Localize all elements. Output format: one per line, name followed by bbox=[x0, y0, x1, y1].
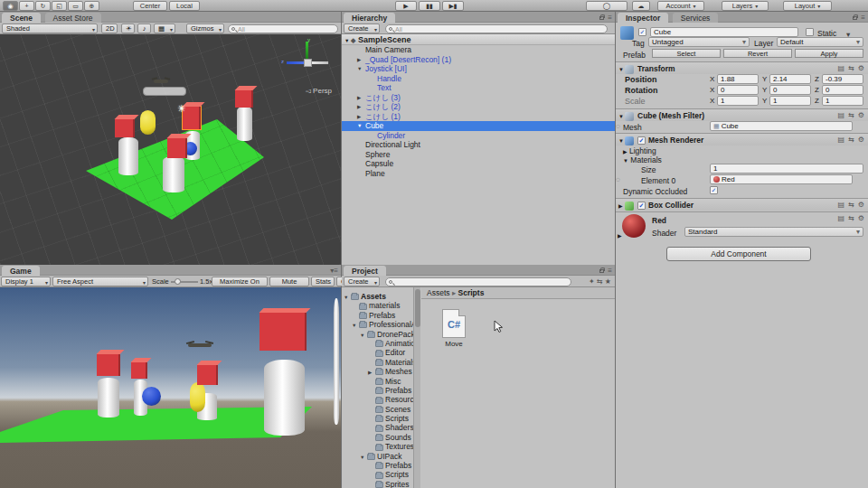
scene-viewport[interactable]: ☀ y z ◅ Persp bbox=[0, 34, 341, 265]
dynamic-occluded-checkbox[interactable]: ✓ bbox=[710, 186, 718, 194]
hierarchy-item-cylinder[interactable]: Cylinder bbox=[342, 131, 615, 141]
expand-icon[interactable]: ▶ bbox=[616, 200, 625, 212]
project-folder-textures[interactable]: Textures bbox=[342, 442, 420, 451]
project-folder-professionala[interactable]: ▼ProfessionalA bbox=[342, 320, 420, 329]
rotate-tool[interactable]: ↻ bbox=[35, 1, 51, 11]
project-folder-assets[interactable]: ▼Assets bbox=[342, 292, 420, 301]
prefab-apply-button[interactable]: Apply bbox=[795, 49, 863, 58]
gear-icon[interactable]: ⚙ bbox=[858, 64, 864, 72]
project-folder-prefabs[interactable]: Prefabs bbox=[342, 386, 420, 395]
gear-icon[interactable]: ⚙ bbox=[858, 214, 864, 222]
expand-icon[interactable]: ▼ bbox=[360, 331, 367, 340]
project-folder-scripts[interactable]: Scripts bbox=[342, 470, 420, 479]
tag-dropdown[interactable]: Untagged▾ bbox=[648, 37, 750, 47]
reference-icon[interactable]: ▤ bbox=[838, 111, 845, 119]
hierarchy-item-text[interactable]: Text bbox=[342, 83, 615, 93]
scene-effects-dropdown[interactable]: ▦▾ bbox=[154, 23, 175, 33]
prefab-revert-button[interactable]: Revert bbox=[723, 49, 792, 58]
prefab-select-button[interactable]: Select bbox=[652, 49, 721, 58]
layer-dropdown[interactable]: Default▾ bbox=[777, 37, 863, 47]
scale-y-field[interactable] bbox=[769, 96, 811, 106]
preset-icon[interactable]: ⇆ bbox=[848, 111, 854, 119]
project-search-input[interactable] bbox=[385, 277, 571, 286]
material-expand-icon[interactable]: ▶ bbox=[618, 232, 868, 239]
collab-button[interactable]: ◯ Collab▾ bbox=[586, 1, 627, 11]
project-folder-materials[interactable]: materials bbox=[342, 301, 420, 310]
scale-tool[interactable]: ◱ bbox=[52, 1, 67, 11]
transform-header[interactable]: ▼Transform ▤⇆⚙ bbox=[616, 61, 868, 74]
lighting-foldout[interactable]: ▶ Lighting bbox=[623, 146, 868, 155]
project-folder-misc[interactable]: Misc bbox=[342, 377, 420, 386]
project-folder-uipack[interactable]: ▼UIPack bbox=[342, 452, 420, 461]
project-folder-shaders[interactable]: Shaders bbox=[342, 423, 420, 432]
search-by-label-icon[interactable]: ⇆ bbox=[597, 277, 603, 286]
reference-icon[interactable]: ▤ bbox=[838, 201, 845, 209]
expand-icon[interactable]: ▶ bbox=[368, 368, 375, 377]
step-button[interactable]: ▶▮ bbox=[442, 1, 464, 11]
tab-game[interactable]: Game bbox=[2, 266, 40, 276]
tab-asset-store[interactable]: Asset Store bbox=[45, 13, 101, 23]
hierarchy-item-sphere[interactable]: Sphere bbox=[342, 150, 615, 160]
y-axis-arm[interactable] bbox=[306, 42, 308, 59]
layout-dropdown[interactable]: Layout▾ bbox=[783, 1, 832, 11]
rotation-z-field[interactable] bbox=[822, 85, 863, 95]
project-folder-sounds[interactable]: Sounds bbox=[342, 433, 420, 442]
play-button[interactable]: ▶ bbox=[395, 1, 417, 11]
hierarchy-item-main-camera[interactable]: Main Camera bbox=[342, 45, 615, 55]
expand-icon[interactable]: ▼ bbox=[360, 453, 367, 462]
mesh-picker-icon[interactable]: ◌ bbox=[616, 122, 865, 130]
tab-services[interactable]: Services bbox=[673, 13, 719, 23]
aspect-dropdown[interactable]: Free Aspect▾ bbox=[52, 277, 148, 286]
scale-z-field[interactable] bbox=[822, 96, 863, 106]
gameobject-name-field[interactable] bbox=[650, 27, 798, 37]
hierarchy-item-handle[interactable]: Handle bbox=[342, 74, 615, 84]
project-folder-prefabs[interactable]: Prefabs bbox=[342, 461, 420, 470]
project-folder-scripts[interactable]: Scripts bbox=[342, 414, 420, 423]
scale-x-field[interactable] bbox=[717, 96, 759, 106]
scene-cylinder[interactable] bbox=[163, 156, 184, 192]
scene-red-cube[interactable] bbox=[115, 119, 135, 137]
scene-red-cube[interactable] bbox=[235, 90, 253, 108]
project-folder-materials[interactable]: Materials bbox=[342, 358, 420, 367]
pause-button[interactable]: ▮▮ bbox=[419, 1, 440, 11]
rotation-x-field[interactable] bbox=[717, 85, 759, 95]
project-filter-icons[interactable]: ✦ ⇆ ★ bbox=[589, 277, 611, 286]
reference-icon[interactable]: ▤ bbox=[838, 64, 845, 72]
project-folder-resourc[interactable]: Resourc bbox=[342, 395, 420, 404]
x-axis-arm[interactable] bbox=[312, 61, 328, 64]
scene-capsule[interactable] bbox=[140, 110, 156, 135]
display-dropdown[interactable]: Display 1▾ bbox=[1, 277, 51, 286]
mute-audio-button[interactable]: Mute Audio bbox=[269, 277, 309, 286]
gear-icon[interactable]: ⚙ bbox=[858, 201, 864, 209]
breadcrumb-assets[interactable]: Assets bbox=[427, 288, 450, 297]
hierarchy-item-directional-light[interactable]: Directional Light bbox=[342, 140, 615, 150]
tab-inspector[interactable]: Inspector bbox=[618, 13, 668, 23]
scene-search-input[interactable]: All bbox=[228, 24, 338, 33]
tab-scene[interactable]: Scene bbox=[2, 13, 41, 23]
expand-icon[interactable]: ▼ bbox=[352, 321, 359, 330]
project-folder-editor[interactable]: Editor bbox=[342, 348, 420, 357]
element0-picker-icon[interactable]: ◌ bbox=[616, 175, 865, 183]
layers-dropdown[interactable]: Layers▾ bbox=[722, 1, 769, 11]
mesh-filter-header[interactable]: ▼Cube (Mesh Filter) ▤⇆⚙ bbox=[616, 108, 868, 121]
project-tree-scrollbar[interactable] bbox=[413, 287, 420, 488]
expand-icon[interactable]: ▼ bbox=[357, 64, 365, 74]
preset-icon[interactable]: ⇆ bbox=[848, 214, 854, 222]
tab-hierarchy[interactable]: Hierarchy bbox=[344, 13, 395, 23]
breadcrumb-scripts[interactable]: Scripts bbox=[458, 288, 485, 297]
scale-slider-thumb[interactable] bbox=[175, 278, 181, 285]
gizmo-hub[interactable] bbox=[304, 59, 312, 67]
game-panel-menu[interactable]: ▾≡ bbox=[330, 267, 338, 275]
cloud-button[interactable]: ☁ bbox=[632, 1, 650, 11]
rotation-y-field[interactable] bbox=[769, 85, 811, 95]
position-y-field[interactable] bbox=[769, 74, 811, 84]
project-folder-scenes[interactable]: Scenes bbox=[342, 405, 420, 414]
asset-move-script[interactable]: C# Move bbox=[438, 309, 470, 348]
hierarchy-item-1[interactable]: ▶こけし (1) bbox=[342, 112, 615, 122]
custom-tool[interactable]: ⊕ bbox=[84, 1, 99, 11]
rect-tool[interactable]: ▭ bbox=[68, 1, 83, 11]
project-folder-meshes[interactable]: ▶Meshes bbox=[342, 367, 420, 376]
project-folder-prefabs[interactable]: Prefabs bbox=[342, 311, 420, 320]
expand-icon[interactable]: ▶ bbox=[357, 112, 365, 122]
expand-icon[interactable]: ▶ bbox=[357, 55, 365, 65]
